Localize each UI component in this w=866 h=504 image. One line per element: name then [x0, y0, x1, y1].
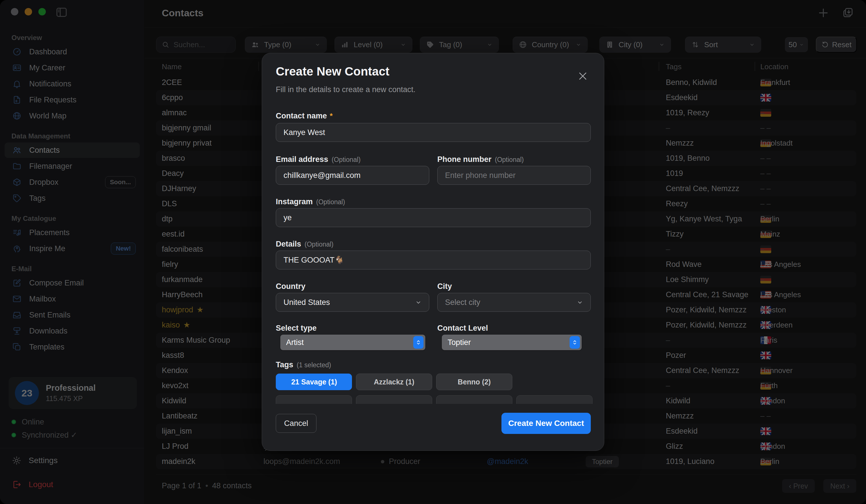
tag-chip-clipped[interactable]	[436, 395, 512, 404]
contact-level-select[interactable]: Toptier	[442, 335, 581, 350]
phone-label: Phone number(Optional)	[437, 155, 524, 164]
type-select[interactable]: Artist	[280, 335, 425, 350]
chevron-down-icon	[576, 299, 584, 306]
details-label: Details(Optional)	[276, 240, 334, 249]
contact-level-label: Contact Level	[437, 324, 488, 333]
tag-chip-clipped[interactable]	[516, 395, 592, 404]
country-label: Country	[276, 282, 306, 291]
city-label: City	[437, 282, 452, 291]
country-select[interactable]: United States	[276, 293, 429, 312]
tag-chip-clipped[interactable]	[356, 395, 432, 404]
tag-chip-21-savage-1-[interactable]: 21 Savage (1)	[276, 374, 352, 390]
tag-chip-clipped[interactable]	[276, 395, 352, 404]
email-label: Email address(Optional)	[276, 155, 360, 164]
city-select[interactable]: Select city	[437, 293, 591, 312]
modal-title: Create New Contact	[276, 65, 389, 78]
phone-field[interactable]	[437, 166, 591, 185]
type-label: Select type	[276, 324, 317, 333]
tag-chip-azzlackz-1-[interactable]: Azzlackz (1)	[356, 374, 432, 390]
create-contact-modal: Create New Contact Fill in the details t…	[262, 53, 604, 451]
details-field[interactable]	[276, 251, 591, 270]
close-icon[interactable]	[577, 70, 589, 82]
modal-subtitle: Fill in the details to create a new cont…	[276, 85, 415, 94]
contact-name-input[interactable]	[276, 123, 591, 142]
stepper-icon	[570, 336, 580, 349]
tags-label: Tags(1 selected)	[276, 360, 331, 369]
tag-chip-list-clipped	[276, 395, 592, 404]
stepper-icon	[413, 336, 423, 349]
create-contact-submit-button[interactable]: Create New Contact	[501, 413, 591, 434]
chevron-down-icon	[415, 299, 422, 306]
instagram-field[interactable]	[276, 208, 591, 227]
tag-chip-benno-2-[interactable]: Benno (2)	[436, 374, 512, 390]
instagram-label: Instagram(Optional)	[276, 197, 345, 206]
cancel-button[interactable]: Cancel	[276, 414, 317, 433]
tag-chip-list: 1019 (5)21 Savage (1)Azzlackz (1)Benno (…	[276, 374, 512, 390]
email-field[interactable]	[276, 166, 429, 185]
contact-name-label: Contact name*	[276, 112, 333, 121]
